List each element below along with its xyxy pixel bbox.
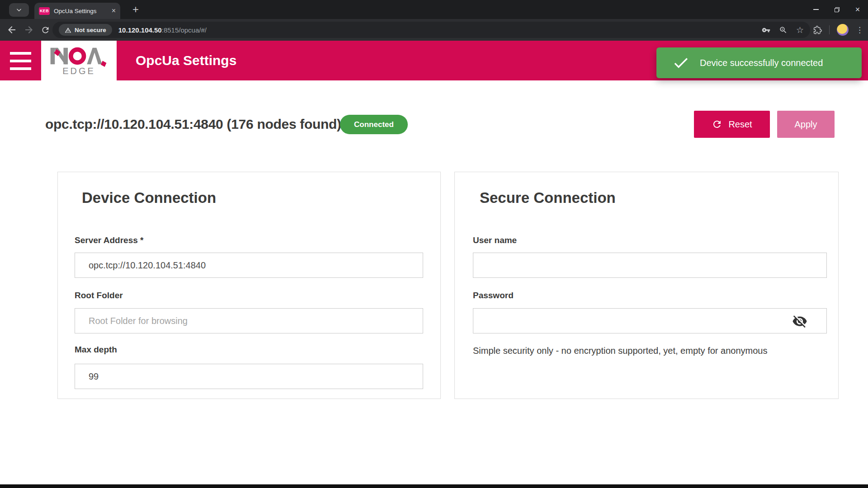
tab-search-button[interactable] xyxy=(9,3,29,17)
forward-button[interactable] xyxy=(24,24,34,35)
chevron-down-icon xyxy=(16,7,22,13)
apply-label: Apply xyxy=(794,119,817,130)
tab-close-icon[interactable]: × xyxy=(112,7,116,14)
warning-icon xyxy=(65,27,71,33)
browser-titlebar: KEB OpcUa Settings × + × xyxy=(0,0,868,19)
logo-edge-label: EDGE xyxy=(62,66,95,76)
apply-button[interactable]: Apply xyxy=(777,111,835,138)
tab-title: OpcUa Settings xyxy=(54,8,108,14)
secure-connection-card: Secure Connection User name Password Sim… xyxy=(454,172,839,399)
bottom-edge xyxy=(0,484,868,488)
device-connection-card: Device Connection Server Address * Root … xyxy=(57,172,441,399)
back-button[interactable] xyxy=(6,24,17,35)
eye-off-icon xyxy=(792,314,807,329)
password-input[interactable] xyxy=(473,308,827,333)
profile-avatar[interactable] xyxy=(837,24,849,36)
status-badge: Connected xyxy=(340,115,408,134)
reset-label: Reset xyxy=(728,119,752,130)
toggle-password-visibility-button[interactable] xyxy=(791,313,808,329)
security-note: Simple security only - no encryption sup… xyxy=(473,346,767,356)
url-path: :8515/opcua/#/ xyxy=(162,26,207,34)
user-name-label: User name xyxy=(473,235,517,245)
screen: KEB OpcUa Settings × + × Not secure 10.1… xyxy=(0,0,868,488)
close-button[interactable]: × xyxy=(847,0,868,19)
noa-edge-logo: EDGE xyxy=(41,41,117,80)
user-name-input[interactable] xyxy=(473,253,827,278)
password-label: Password xyxy=(473,291,514,300)
device-card-title: Device Connection xyxy=(82,189,216,206)
root-folder-input[interactable] xyxy=(75,308,423,333)
hamburger-icon xyxy=(10,52,31,55)
minimize-icon xyxy=(813,9,819,10)
bookmark-star-icon[interactable]: ☆ xyxy=(796,25,804,35)
omnibox-actions: ☆ xyxy=(762,25,804,35)
browser-tab[interactable]: KEB OpcUa Settings × xyxy=(34,3,120,19)
max-depth-label: Max depth xyxy=(75,345,117,355)
refresh-icon xyxy=(712,119,722,130)
toast-message: Device successfully connected xyxy=(700,58,823,68)
url-host: 10.120.104.50 xyxy=(118,26,162,34)
secure-card-title: Secure Connection xyxy=(480,189,616,206)
server-address-input[interactable] xyxy=(75,253,423,278)
reload-button[interactable] xyxy=(41,25,50,35)
server-address-label: Server Address * xyxy=(75,235,143,245)
max-depth-input[interactable] xyxy=(75,364,423,389)
security-chip-label: Not secure xyxy=(75,27,106,33)
window-controls: × xyxy=(806,0,868,19)
restore-button[interactable] xyxy=(826,0,847,19)
check-icon xyxy=(672,54,690,72)
restore-icon xyxy=(835,7,840,12)
address-bar[interactable]: Not secure 10.120.104.50:8515/opcua/#/ ☆ xyxy=(52,22,810,38)
url-text: 10.120.104.50:8515/opcua/#/ xyxy=(118,26,207,34)
endpoint-heading: opc.tcp://10.120.104.51:4840 (176 nodes … xyxy=(45,117,341,132)
root-folder-label: Root Folder xyxy=(75,291,123,300)
toolbar-right: ⋮ xyxy=(813,22,863,38)
hamburger-menu-button[interactable] xyxy=(10,52,31,70)
browser-menu-icon[interactable]: ⋮ xyxy=(856,25,863,35)
success-toast: Device successfully connected xyxy=(656,47,862,78)
reset-button[interactable]: Reset xyxy=(694,111,770,138)
security-chip[interactable]: Not secure xyxy=(59,24,112,36)
extensions-icon[interactable] xyxy=(813,26,822,34)
minimize-button[interactable] xyxy=(806,0,826,19)
noa-logo-icon xyxy=(47,45,111,67)
password-key-icon[interactable] xyxy=(762,26,770,34)
keb-favicon-icon: KEB xyxy=(39,7,50,15)
page-title: OpcUa Settings xyxy=(136,41,236,80)
zoom-icon[interactable] xyxy=(779,26,788,34)
toolbar-separator xyxy=(829,25,830,34)
new-tab-button[interactable]: + xyxy=(128,2,143,17)
